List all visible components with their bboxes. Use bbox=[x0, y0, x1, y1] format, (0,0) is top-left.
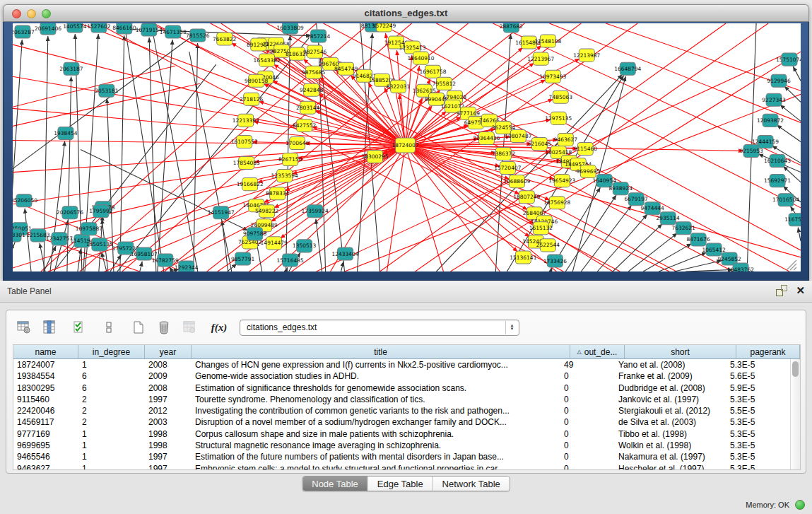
memory-status-icon[interactable] bbox=[795, 500, 805, 510]
graph-node[interactable]: 1700646 bbox=[286, 136, 310, 149]
graph-node[interactable]: 8878334 bbox=[266, 187, 290, 200]
black-edge[interactable] bbox=[777, 125, 801, 142]
black-edge[interactable] bbox=[793, 66, 801, 81]
graph-node[interactable]: 10688609 bbox=[503, 175, 530, 188]
close-panel-icon[interactable]: ✕ bbox=[796, 285, 805, 296]
table-row[interactable]: 946554611997Estimation of the future num… bbox=[13, 451, 790, 462]
graph-node[interactable]: 16961758 bbox=[419, 65, 446, 78]
graph-node[interactable]: 15720407 bbox=[494, 162, 521, 175]
graph-node[interactable]: 1167533 bbox=[784, 214, 801, 226]
column-header-out_de[interactable]: △out_de... bbox=[570, 345, 625, 358]
graph-node[interactable]: 16648794 bbox=[614, 62, 641, 75]
graph-node[interactable]: 1733426 bbox=[543, 255, 567, 267]
tab-edge-table[interactable]: Edge Table bbox=[368, 477, 433, 491]
black-edge[interactable] bbox=[659, 252, 707, 271]
black-edge[interactable] bbox=[149, 37, 156, 271]
column-header-in_degree[interactable]: in_degree bbox=[78, 345, 145, 358]
float-window-icon[interactable] bbox=[776, 285, 787, 296]
table-header-row[interactable]: namein_degreeyeartitle△out_de...shortpag… bbox=[13, 345, 800, 359]
new-table-icon[interactable] bbox=[128, 317, 149, 337]
graph-node[interactable]: 8466160 bbox=[112, 23, 136, 34]
graph-node[interactable]: 1938454 bbox=[54, 127, 78, 139]
black-edge[interactable] bbox=[341, 262, 343, 271]
column-header-pagerank[interactable]: pagerank bbox=[736, 345, 800, 358]
graph-node[interactable]: 14671358 bbox=[160, 25, 187, 38]
graph-node[interactable]: 8427552 bbox=[293, 119, 317, 132]
black-edge[interactable] bbox=[316, 219, 322, 271]
black-edge[interactable] bbox=[222, 221, 228, 271]
graph-node[interactable]: 2053181 bbox=[95, 84, 119, 97]
graph-node[interactable]: 16210643 bbox=[764, 155, 791, 168]
red-edge[interactable] bbox=[406, 145, 500, 271]
graph-node[interactable]: 12213967 bbox=[527, 52, 554, 65]
red-edge[interactable] bbox=[549, 23, 801, 122]
graph-node[interactable]: 9227343 bbox=[762, 93, 786, 106]
graph-node[interactable]: 14914479 bbox=[261, 237, 288, 250]
black-edge[interactable] bbox=[686, 269, 733, 271]
graph-node[interactable]: 15751074 bbox=[776, 53, 801, 66]
black-edge[interactable] bbox=[120, 35, 124, 271]
black-edge[interactable] bbox=[117, 37, 310, 271]
graph-node[interactable]: 12093872 bbox=[757, 114, 784, 127]
graph-node[interactable]: 1527602 bbox=[87, 23, 111, 33]
rows-icon[interactable] bbox=[98, 317, 119, 337]
table-row[interactable]: 911546021997Tourette syndrome. Phenomeno… bbox=[13, 394, 790, 405]
graph-node[interactable]: 1405574 bbox=[63, 23, 87, 33]
table-row[interactable]: 1938455462009Genome-wide association stu… bbox=[13, 370, 790, 382]
red-edge[interactable] bbox=[13, 140, 406, 145]
scrollbar-thumb[interactable] bbox=[792, 361, 799, 377]
graph-node[interactable]: 10975887 bbox=[76, 223, 102, 235]
black-edge[interactable] bbox=[25, 209, 31, 271]
tab-node-table[interactable]: Node Table bbox=[302, 477, 368, 491]
table-row[interactable]: 969969511998Structural magnetic resonanc… bbox=[13, 440, 790, 451]
graph-node[interactable]: 7815526 bbox=[186, 29, 210, 42]
graph-node[interactable]: 25206050 bbox=[13, 194, 37, 207]
black-edge[interactable] bbox=[228, 264, 237, 271]
column-header-title[interactable]: title bbox=[192, 345, 570, 358]
table-row[interactable]: 946362711997Embryonic stem cells: a mode… bbox=[13, 463, 790, 470]
graph-node[interactable]: 12975135 bbox=[545, 112, 572, 124]
black-edge[interactable] bbox=[798, 228, 801, 241]
column-header-name[interactable]: name bbox=[13, 345, 78, 358]
black-edge[interactable] bbox=[44, 246, 56, 271]
graph-node[interactable]: 12433404 bbox=[332, 247, 359, 260]
table-column-icon[interactable] bbox=[39, 317, 60, 337]
graph-node[interactable]: 18724007 bbox=[392, 138, 418, 153]
table-row[interactable]: 1830029562008Estimation of significance … bbox=[13, 382, 790, 394]
graph-node[interactable]: 19166822 bbox=[237, 178, 264, 191]
tab-network-table[interactable]: Network Table bbox=[433, 477, 510, 491]
column-header-short[interactable]: short bbox=[625, 345, 736, 358]
graph-node[interactable]: 7663822 bbox=[213, 33, 237, 45]
graph-node[interactable]: 16033809 bbox=[277, 23, 304, 34]
import-columns-icon[interactable] bbox=[69, 317, 90, 337]
graph-node[interactable]: 7485063 bbox=[549, 90, 573, 103]
table-body[interactable]: 1872400712008Changes of HCN gene express… bbox=[13, 359, 790, 469]
node-table[interactable]: namein_degreeyeartitle△out_de...shortpag… bbox=[13, 344, 801, 470]
graph-node[interactable]: 15692971 bbox=[764, 175, 791, 187]
red-edge[interactable] bbox=[406, 145, 444, 271]
graph-node[interactable]: 9857791 bbox=[231, 252, 255, 265]
graph-node[interactable]: 7857214 bbox=[307, 30, 331, 42]
vertical-scrollbar[interactable] bbox=[790, 359, 800, 469]
dropdown-stepper-icon[interactable]: ▲▼ bbox=[505, 321, 518, 334]
column-header-year[interactable]: year bbox=[145, 345, 192, 358]
table-row[interactable]: 1872400712008Changes of HCN gene express… bbox=[13, 359, 790, 370]
function-builder-icon[interactable]: f(x) bbox=[208, 317, 230, 337]
black-edge[interactable] bbox=[565, 195, 616, 271]
black-edge[interactable] bbox=[158, 40, 172, 271]
table-selector-dropdown[interactable]: citations_edges.txt ▲▼ bbox=[240, 320, 519, 336]
table-row[interactable]: 1456911722003Disruption of a novel membe… bbox=[13, 416, 790, 428]
graph-node[interactable]: 10719154 bbox=[136, 23, 163, 36]
graph-node[interactable]: 16107552 bbox=[231, 135, 258, 148]
window-titlebar[interactable]: citations_edges.txt bbox=[3, 4, 809, 22]
graph-node[interactable]: 2887682 bbox=[500, 23, 524, 33]
black-edge[interactable] bbox=[140, 262, 142, 271]
black-edge[interactable] bbox=[54, 220, 68, 271]
graph-node[interactable]: 18807249 bbox=[513, 191, 540, 204]
graph-node[interactable]: 20691406 bbox=[35, 23, 61, 35]
delete-table-icon[interactable] bbox=[153, 317, 175, 337]
graph-node[interactable]: 2063287 bbox=[13, 25, 35, 38]
table-settings-icon[interactable] bbox=[13, 317, 35, 337]
graph-node[interactable]: 2063187 bbox=[59, 62, 83, 75]
graph-node[interactable]: 15136141 bbox=[510, 251, 536, 264]
